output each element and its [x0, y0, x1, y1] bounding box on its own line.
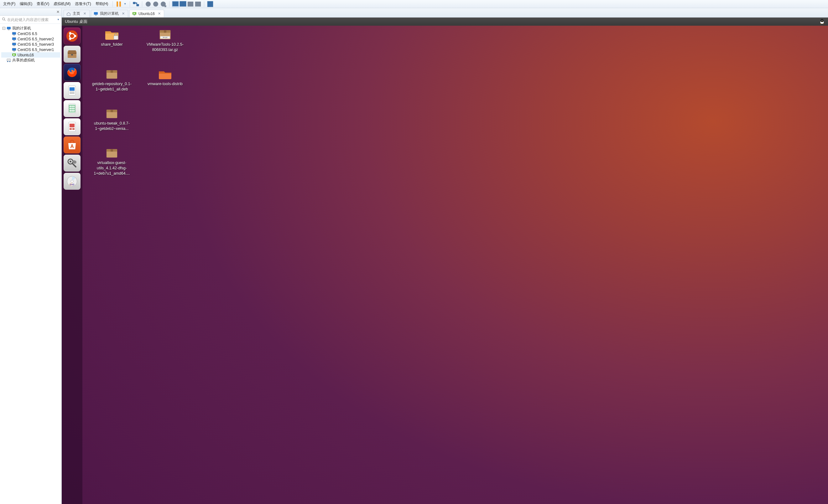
archive-icon: tar.gz [158, 28, 173, 41]
separator [113, 1, 113, 7]
svg-rect-78 [164, 30, 166, 33]
svg-rect-24 [12, 43, 16, 45]
snapshot-take-button[interactable] [145, 1, 152, 7]
desktop-item-getdeb-repository[interactable]: getdeb-repository_0.1-1~getdeb1_all.deb [87, 67, 137, 105]
tree-vm-hserver3[interactable]: CentOS 6.5_hserver3 [1, 42, 60, 47]
ubuntu-desktop[interactable]: A DVD share_folder [62, 26, 828, 504]
svg-rect-27 [13, 51, 15, 51]
view-unity-button[interactable] [195, 1, 201, 7]
send-keys-button[interactable] [132, 1, 139, 7]
menu-help[interactable]: 帮助(H) [94, 1, 110, 7]
close-icon[interactable]: ✕ [83, 11, 86, 16]
launcher-calc[interactable] [64, 100, 81, 117]
unity-launcher: A DVD [62, 26, 82, 504]
svg-rect-51 [68, 52, 76, 54]
menu-tabs[interactable]: 选项卡(T) [73, 1, 93, 7]
close-icon[interactable]: ✕ [56, 10, 59, 14]
svg-text:A: A [70, 144, 74, 149]
close-icon[interactable]: ✕ [122, 11, 125, 16]
view-console-button[interactable] [172, 1, 179, 7]
launcher-settings[interactable] [64, 155, 81, 172]
library-tree: − 我的计算机 CentOS 6.5 CentOS 6.5_hserver2 C… [0, 24, 61, 504]
launcher-files[interactable] [64, 46, 81, 62]
svg-rect-25 [13, 45, 15, 46]
menu-vm[interactable]: 虚拟机(M) [52, 1, 72, 7]
separator [204, 1, 204, 7]
svg-rect-52 [68, 50, 76, 52]
vm-running-icon [12, 53, 16, 57]
desktop-item-label: share_folder [101, 42, 123, 47]
launcher-firefox[interactable] [64, 64, 81, 81]
svg-rect-11 [180, 4, 186, 6]
launcher-writer[interactable] [64, 82, 81, 99]
view-fullscreen-button[interactable] [207, 1, 214, 7]
presentation-icon [66, 121, 78, 133]
view-stretch-button[interactable] [187, 1, 194, 7]
locked-folder-icon [104, 28, 119, 41]
desktop-item-ubuntu-tweak[interactable]: ubuntu-tweak_0.8.7-1~getdeb2~xenia... [87, 107, 137, 145]
tree-vm-hserver1[interactable]: CentOS 6.5_hserver1 [1, 47, 60, 52]
launcher-impress[interactable] [64, 118, 81, 135]
svg-point-49 [69, 38, 72, 40]
svg-rect-22 [12, 37, 16, 40]
svg-point-48 [69, 32, 72, 35]
desktop-item-vmwaretools-targz[interactable]: tar.gz VMwareTools-10.2.5-8068393.tar.gz [140, 28, 190, 66]
search-input[interactable] [7, 17, 56, 22]
tab-my-computer[interactable]: 我的计算机 ✕ [91, 10, 128, 17]
desktop-item-share-folder[interactable]: share_folder [87, 28, 137, 66]
snapshot-revert-button[interactable] [152, 1, 159, 7]
collapse-icon[interactable]: − [2, 27, 5, 30]
svg-point-43 [821, 20, 822, 20]
svg-point-47 [74, 35, 76, 37]
svg-rect-18 [7, 27, 11, 29]
guest-title: Ubuntu 桌面 [65, 19, 87, 25]
close-icon[interactable]: ✕ [158, 11, 161, 16]
desktop-item-vmware-tools-distrib[interactable]: vmware-tools-distrib [140, 67, 190, 105]
tree-vm-ubuntu16[interactable]: Ubuntu16 [1, 52, 60, 58]
spreadsheet-icon [66, 102, 78, 115]
separator [142, 1, 142, 7]
launcher-dvd[interactable]: DVD [64, 173, 81, 190]
desktop-item-label: VMwareTools-10.2.5-8068393.tar.gz [141, 42, 189, 53]
launcher-software[interactable]: A [64, 136, 81, 153]
tree-root-mypc[interactable]: − 我的计算机 [1, 26, 60, 31]
guest-titlebar: Ubuntu 桌面 [62, 17, 828, 26]
tree-label: Ubuntu16 [17, 53, 34, 57]
menu-edit[interactable]: 编辑(E) [18, 1, 34, 7]
snapshot-manager-button[interactable] [160, 1, 167, 7]
desktop-icons: share_folder tar.gz VMwareTools-10.2.5-8… [87, 28, 828, 504]
tab-ubuntu16[interactable]: Ubuntu16 ✕ [129, 10, 164, 17]
tab-label: 我的计算机 [100, 11, 119, 16]
vmware-menubar: 文件(F) 编辑(E) 查看(V) 虚拟机(M) 选项卡(T) 帮助(H) ▼ [0, 0, 828, 8]
svg-point-71 [70, 161, 72, 163]
tab-strip: 主页 ✕ 我的计算机 ✕ Ubuntu16 ✕ [62, 8, 828, 17]
tree-root-shared[interactable]: 共享的虚拟机 [1, 58, 60, 63]
launcher-dash[interactable] [64, 28, 81, 44]
svg-rect-20 [12, 32, 16, 35]
search-dropdown-icon[interactable]: ▼ [57, 18, 59, 21]
home-icon [67, 11, 71, 16]
tree-vm-centos65[interactable]: CentOS 6.5 [1, 31, 60, 36]
pause-button[interactable] [115, 1, 122, 7]
svg-point-16 [2, 17, 5, 20]
svg-rect-9 [173, 2, 175, 6]
tab-home[interactable]: 主页 ✕ [64, 10, 90, 17]
desktop-item-virtualbox-guest-utils[interactable]: virtualbox-guest-utils_4.1.42-dfsg-1+deb… [87, 146, 137, 184]
power-dropdown[interactable]: ▼ [123, 2, 127, 5]
tree-label: CentOS 6.5 [17, 32, 37, 36]
menu-view[interactable]: 查看(V) [35, 1, 51, 7]
package-icon [104, 67, 119, 80]
svg-rect-35 [95, 15, 96, 15]
tree-vm-hserver2[interactable]: CentOS 6.5_hserver2 [1, 36, 60, 42]
svg-rect-34 [94, 12, 98, 14]
separator [130, 1, 130, 7]
svg-rect-89 [111, 149, 113, 152]
desktop-item-label: vmware-tools-distrib [148, 81, 183, 87]
svg-line-17 [4, 20, 5, 21]
dvd-icon: DVD [66, 175, 78, 187]
svg-text:tar.gz: tar.gz [163, 36, 167, 39]
menu-file[interactable]: 文件(F) [1, 1, 17, 7]
desktop-item-label: getdeb-repository_0.1-1~getdeb1_all.deb [88, 81, 135, 92]
view-thumbnail-button[interactable] [179, 1, 187, 7]
document-icon [66, 84, 78, 97]
